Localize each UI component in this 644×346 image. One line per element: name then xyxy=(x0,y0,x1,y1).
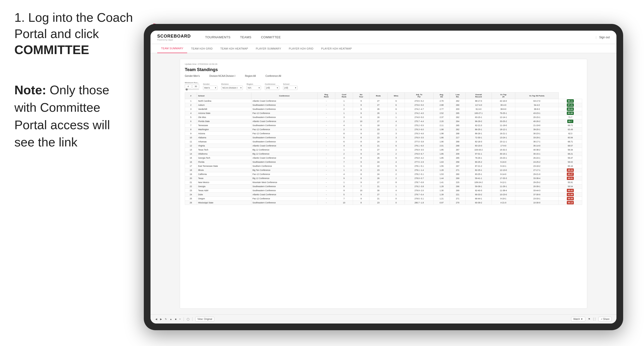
cell-rnds: 21 xyxy=(369,144,387,148)
cell-vs25: 40-38-2 xyxy=(515,148,559,152)
cell-rank: 6 xyxy=(185,119,197,124)
cell-rank: 4 xyxy=(185,111,197,115)
sub-nav-player-summary[interactable]: PLAYER SUMMARY xyxy=(252,44,285,53)
watch-button[interactable]: Watch ▼ xyxy=(571,317,585,321)
cell-low-rd: 266 xyxy=(450,184,466,188)
cell-conference: Big 12 Conference xyxy=(251,152,317,156)
sub-nav-player-h2h-heatmap[interactable]: PLAYER H2H HEATMAP xyxy=(317,44,356,53)
region-select[interactable]: N/A▾ xyxy=(246,86,261,90)
toolbar-expand[interactable]: ⛶ xyxy=(593,318,596,320)
cell-vs25: 29-25-2 xyxy=(515,180,559,184)
table-row: 20 Texas Big 12 Conference - 9 8 26 2 27… xyxy=(185,176,582,180)
division-select[interactable]: NCAA Division I▾ xyxy=(221,86,243,90)
cell-wins: 5 xyxy=(387,164,405,168)
col-rnds: Rnds xyxy=(369,93,387,99)
nav-item-tournaments[interactable]: TOURNAMENTS xyxy=(200,31,235,44)
cell-wins: 1 xyxy=(387,193,405,197)
cell-record: 79-25-1 xyxy=(492,111,515,115)
toolbar-flag[interactable]: ⚑ xyxy=(588,318,590,320)
cell-rnds: 23 xyxy=(369,168,387,172)
cell-no-tour: 9 xyxy=(353,197,369,201)
cell-top50: 55.91 xyxy=(559,180,582,184)
sub-nav-team-h2h-heatmap[interactable]: TEAM H2H HEATMAP xyxy=(216,44,252,53)
cell-rank: 1 xyxy=(185,99,197,103)
cell-avg-sg: 2.01 xyxy=(434,144,450,148)
sub-nav-team-summary[interactable]: TEAM SUMMARY xyxy=(157,44,187,53)
cell-low-rd: 267 xyxy=(450,148,466,152)
sub-nav-team-h2h-grid[interactable]: TEAM H2H GRID xyxy=(187,44,216,53)
cell-vs25: 24-25-2 xyxy=(515,160,559,164)
toolbar-back[interactable]: ◀ xyxy=(155,318,157,320)
school-select[interactable]: (All)▾ xyxy=(283,86,298,90)
toolbar-bookmark[interactable]: ■ xyxy=(175,318,176,320)
cell-vs25: 33-38-4 xyxy=(515,176,559,180)
gender-select[interactable]: Men's▾ xyxy=(203,86,218,90)
cell-no-tour: 9 xyxy=(353,148,369,152)
cell-no-tour: 8 xyxy=(353,201,369,205)
toolbar-clock[interactable]: ◯ xyxy=(187,318,189,320)
cell-conf-rank: 5 xyxy=(335,193,353,197)
table-row: 17 East Tennessee State Southern Confere… xyxy=(185,164,582,168)
cell-top50: 86.64 xyxy=(559,107,582,111)
cell-low-rd: 268 xyxy=(450,144,466,148)
school-control: School (All)▾ xyxy=(283,83,298,90)
cell-record: 16-21-1 xyxy=(492,132,515,136)
cell-school: Virginia xyxy=(197,144,251,148)
table-row: 15 Georgia Tech Atlantic Coast Conferenc… xyxy=(185,156,582,160)
cell-school: Duke xyxy=(197,193,251,197)
cell-reg-rank: - xyxy=(317,156,335,160)
cell-top50: 80.7 xyxy=(559,119,582,124)
cell-record: 11-38-4 xyxy=(492,188,515,193)
cell-conference: Big 12 Conference xyxy=(251,176,317,180)
nav-item-teams[interactable]: TEAMS xyxy=(235,31,256,44)
cell-conference: Atlantic Coast Conference xyxy=(251,99,317,103)
sign-out-link[interactable]: Sign out xyxy=(599,36,610,39)
max-val-input[interactable]: 30 xyxy=(192,84,199,89)
cell-avg-sg: 2.20 xyxy=(434,119,450,124)
cell-reg-rank: - xyxy=(317,176,335,180)
cell-record: 11-19-0 xyxy=(492,124,515,128)
cell-record: 12-14-1 xyxy=(492,115,515,119)
sub-nav-player-h2h-grid[interactable]: PLAYER H2H GRID xyxy=(285,44,317,53)
cell-top50: 48.27 xyxy=(559,172,582,176)
cell-school: Arizona State xyxy=(197,111,251,115)
cell-conf-rank: 1 xyxy=(335,99,353,103)
cell-school: Illinois xyxy=(197,168,251,172)
cell-adj-par: 278.2 -5.1 xyxy=(405,172,434,176)
cell-vs25: 23-33-1 xyxy=(515,197,559,201)
cell-avg-sg: 0.97 xyxy=(434,201,450,205)
cell-avg-sg: 2.52 xyxy=(434,111,450,115)
cell-no-tour: 9 xyxy=(353,193,369,197)
cell-rank: 19 xyxy=(185,172,197,176)
cell-no-tour: 7 xyxy=(353,184,369,188)
toolbar-share2[interactable]: ▲ xyxy=(170,318,172,320)
cell-vs25: 26-24-1 xyxy=(515,156,559,160)
tablet-frame: SCOREBOARD Powered by clippd TOURNAMENTS… xyxy=(144,24,623,330)
cell-reg-rank: - xyxy=(317,107,335,111)
col-reg-rank: RegRank xyxy=(317,93,335,99)
cell-conference: Southeastern Conference xyxy=(251,136,317,140)
nav-item-committee[interactable]: COMMITTEE xyxy=(256,31,286,44)
cell-conf-rank: 4 xyxy=(335,144,353,148)
share-button[interactable]: ↗ Share xyxy=(598,317,612,321)
toolbar-forward[interactable]: ▶ xyxy=(160,318,162,320)
cell-overall: 60-39-2 xyxy=(466,201,492,205)
cell-conf-rank: 1 xyxy=(335,180,353,184)
watch-label: Watch xyxy=(573,318,580,320)
min-val-input[interactable]: 4 xyxy=(185,84,192,89)
cell-vs25: 37-30-0 xyxy=(515,193,559,197)
cell-avg-sg: 1.85 xyxy=(434,156,450,160)
cell-rnds: 24 xyxy=(369,160,387,164)
view-original-button[interactable]: View: Original xyxy=(195,317,214,321)
toolbar-addtab[interactable]: + xyxy=(179,318,181,320)
conference-select[interactable]: (All)▾ xyxy=(265,86,279,90)
cell-record: 23-23-1 xyxy=(492,156,515,160)
toolbar-refresh[interactable]: ↻ xyxy=(165,318,167,320)
cell-reg-rank: - xyxy=(317,201,335,205)
cell-conf-rank: 7 xyxy=(335,197,353,201)
cell-avg-sg: 1.85 xyxy=(434,148,450,152)
cell-wins: 6 xyxy=(387,107,405,111)
division-control: Division NCAA Division I▾ xyxy=(221,83,243,90)
col-avg-sg: Avg.SG xyxy=(434,93,450,99)
cell-school: Tennessee xyxy=(197,124,251,128)
